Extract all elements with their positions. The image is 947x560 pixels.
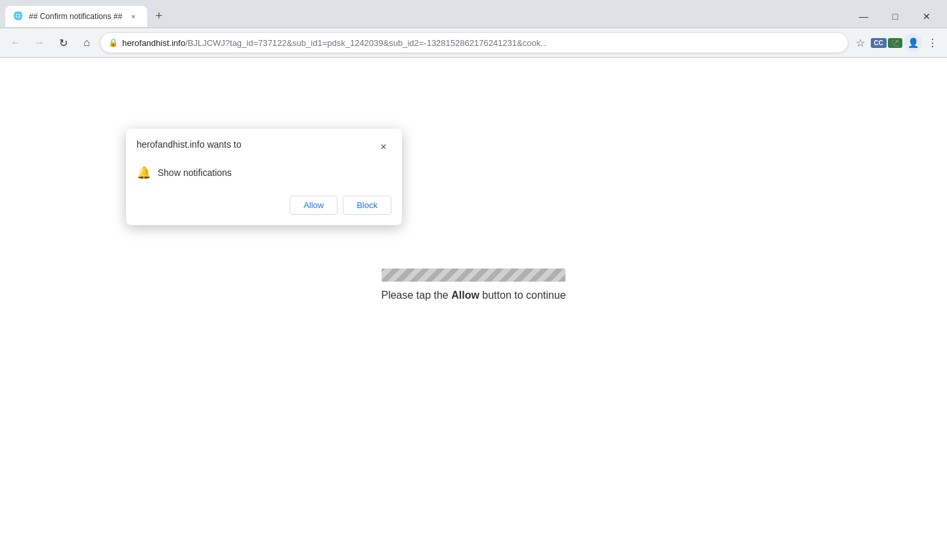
tab-title: ## Confirm notifications ## [29,12,122,21]
window-controls: — □ ✕ [848,6,942,27]
url-path: /BJLJCWJ?tag_id=737122&sub_id1=pdsk_1242… [185,38,548,48]
loading-bar [382,269,565,282]
profile-button[interactable]: 👤 [904,33,922,52]
block-button[interactable]: Block [343,196,391,215]
popup-buttons: Allow Block [137,196,391,215]
loading-text-before: Please tap the [381,290,451,301]
close-window-button[interactable]: ✕ [912,6,942,27]
loading-text-bold: Allow [451,290,479,301]
popup-site-name: herofandhist.info wants to [137,139,242,150]
browser-chrome: 🌐 ## Confirm notifications ## × + — □ ✕ … [0,0,947,58]
new-tab-button[interactable]: + [150,7,168,25]
forward-button[interactable]: → [29,32,50,53]
minimize-button[interactable]: — [848,6,879,27]
tab-favicon: 🌐 [13,11,24,22]
arrow-extension-button[interactable]: 🏹 [888,38,902,48]
reload-button[interactable]: ↻ [53,32,74,53]
allow-button[interactable]: Allow [290,196,338,215]
home-button[interactable]: ⌂ [76,32,97,53]
page-content: herofandhist.info wants to × 🔔 Show noti… [0,58,947,538]
bookmark-button[interactable]: ☆ [851,33,870,52]
tab-close-button[interactable]: × [127,11,139,22]
permission-text: Show notifications [158,167,232,178]
lock-icon: 🔒 [108,38,118,47]
notification-permission-popup: herofandhist.info wants to × 🔔 Show noti… [126,129,402,225]
cc-extension-button[interactable]: CC [871,38,887,48]
title-bar: 🌐 ## Confirm notifications ## × + — □ ✕ [0,0,947,28]
popup-header: herofandhist.info wants to × [137,139,391,155]
maximize-button[interactable]: □ [880,6,910,27]
url-text: herofandhist.info/BJLJCWJ?tag_id=737122&… [122,38,840,48]
active-tab[interactable]: 🌐 ## Confirm notifications ## × [5,6,147,27]
popup-close-button[interactable]: × [376,139,391,155]
loading-text-after: button to continue [479,290,566,301]
toolbar-right: ☆ CC 🏹 👤 ⋮ [851,33,942,52]
bell-icon: 🔔 [137,165,151,180]
loading-text: Please tap the Allow button to continue [381,290,565,301]
loading-section: Please tap the Allow button to continue [381,269,565,301]
address-bar-row: ← → ↻ ⌂ 🔒 herofandhist.info/BJLJCWJ?tag_… [0,28,947,57]
back-button[interactable]: ← [5,32,26,53]
url-host: herofandhist.info [122,38,185,48]
popup-permission-row: 🔔 Show notifications [137,163,391,183]
address-bar[interactable]: 🔒 herofandhist.info/BJLJCWJ?tag_id=73712… [100,32,848,53]
menu-button[interactable]: ⋮ [923,33,942,52]
